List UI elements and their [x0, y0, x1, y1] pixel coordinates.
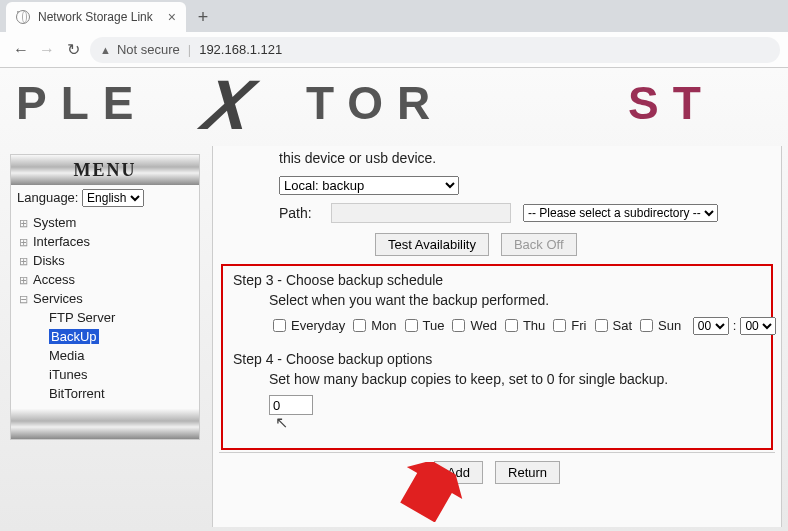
new-tab-button[interactable]: +: [190, 4, 216, 30]
step4-desc: Set how many backup copies to keep, set …: [269, 371, 761, 387]
content: this device or usb device. Local: backup…: [212, 146, 782, 527]
svg-text:TOR: TOR: [306, 77, 444, 129]
forward-icon[interactable]: →: [34, 41, 60, 59]
sidebar-item-media[interactable]: Media: [11, 346, 199, 365]
add-button[interactable]: Add: [434, 461, 483, 484]
sidebar-item-ftp[interactable]: FTP Server: [11, 308, 199, 327]
not-secure-label: Not secure: [117, 42, 180, 57]
cursor-icon: ↖: [275, 413, 782, 432]
address-text: 192.168.1.121: [199, 42, 282, 57]
return-button[interactable]: Return: [495, 461, 560, 484]
language-select[interactable]: English: [82, 189, 144, 207]
svg-text:PLE: PLE: [16, 77, 147, 129]
day-everyday-checkbox[interactable]: [273, 319, 286, 332]
nav-tree: System Interfaces Disks Access Services …: [11, 211, 199, 409]
day-mon-checkbox[interactable]: [353, 319, 366, 332]
globe-icon: [16, 10, 30, 24]
back-icon[interactable]: ←: [8, 41, 34, 59]
language-row: Language: English: [11, 185, 199, 211]
step3-title: Step 3 - Choose backup schedule: [233, 272, 761, 288]
language-label: Language:: [17, 190, 78, 205]
browser-chrome: Network Storage Link × + ← → ↻ ▲ Not sec…: [0, 0, 788, 68]
back-off-button[interactable]: Back Off: [501, 233, 577, 256]
day-sun-checkbox[interactable]: [640, 319, 653, 332]
sidebar-item-services[interactable]: Services: [11, 289, 199, 308]
copies-input[interactable]: [269, 395, 313, 415]
test-availability-button[interactable]: Test Availability: [375, 233, 489, 256]
svg-text:X: X: [193, 73, 274, 139]
sidebar-item-interfaces[interactable]: Interfaces: [11, 232, 199, 251]
day-fri-checkbox[interactable]: [553, 319, 566, 332]
bottom-buttons: Add Return: [219, 453, 775, 484]
path-row: Path: -- Please select a subdirectory --: [219, 195, 775, 223]
hour-select[interactable]: 00: [693, 317, 729, 335]
sidebar-item-itunes[interactable]: iTunes: [11, 365, 199, 384]
tab-close-icon[interactable]: ×: [168, 9, 176, 25]
menu-footer: [11, 409, 199, 439]
sidebar-item-backup[interactable]: BackUp: [49, 329, 99, 344]
sidebar-item-bittorrent[interactable]: BitTorrent: [11, 384, 199, 403]
address-bar: ← → ↻ ▲ Not secure | 192.168.1.121: [0, 32, 788, 68]
source-select[interactable]: Local: backup: [279, 176, 459, 195]
sidebar: MENU Language: English System Interfaces…: [10, 154, 200, 440]
sidebar-item-system[interactable]: System: [11, 213, 199, 232]
highlight-box: Step 3 - Choose backup schedule Select w…: [221, 264, 773, 450]
step4-title: Step 4 - Choose backup options: [233, 351, 761, 367]
source-row: Local: backup: [219, 172, 775, 195]
path-input[interactable]: [331, 203, 511, 223]
step3-desc: Select when you want the backup performe…: [269, 292, 761, 308]
day-thu-checkbox[interactable]: [505, 319, 518, 332]
minute-select[interactable]: 00: [740, 317, 776, 335]
subdirectory-select[interactable]: -- Please select a subdirectory --: [523, 204, 718, 222]
page: PLE X TOR ST MENU Language: English Syst…: [0, 68, 788, 531]
step2-trail: this device or usb device.: [219, 146, 775, 172]
day-tue-checkbox[interactable]: [405, 319, 418, 332]
address-field[interactable]: ▲ Not secure | 192.168.1.121: [90, 37, 780, 63]
tab-title: Network Storage Link: [38, 10, 153, 24]
not-secure-icon: ▲: [100, 44, 111, 56]
tab[interactable]: Network Storage Link ×: [6, 2, 186, 32]
brand-logo: PLE X TOR ST: [16, 70, 788, 142]
days-row: Everyday Mon Tue Wed Thu Fri Sat Sun 00 …: [269, 316, 761, 335]
sidebar-item-disks[interactable]: Disks: [11, 251, 199, 270]
menu-header: MENU: [11, 155, 199, 185]
sidebar-item-access[interactable]: Access: [11, 270, 199, 289]
day-wed-checkbox[interactable]: [452, 319, 465, 332]
reload-icon[interactable]: ↻: [60, 40, 86, 59]
svg-text:ST: ST: [628, 77, 715, 129]
tab-bar: Network Storage Link × +: [0, 0, 788, 32]
path-label: Path:: [279, 205, 319, 221]
day-sat-checkbox[interactable]: [595, 319, 608, 332]
